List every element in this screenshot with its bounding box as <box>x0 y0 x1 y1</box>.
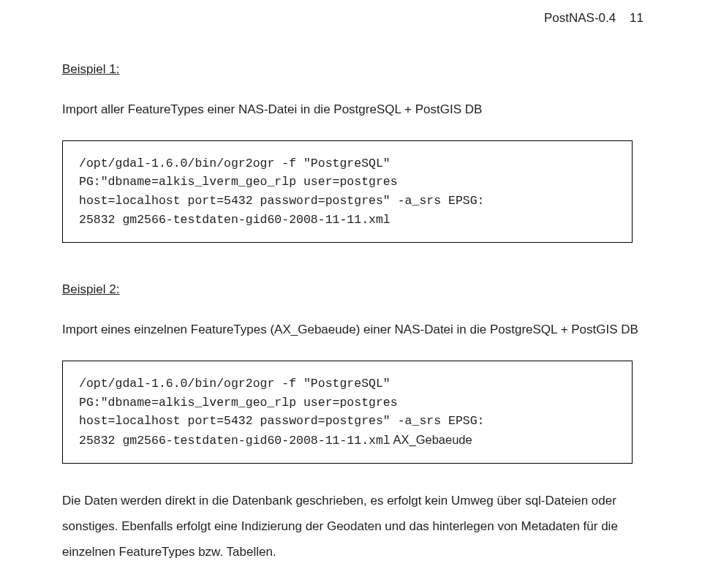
example-2-heading: Beispiel 2: <box>62 282 644 297</box>
example-1-code: /opt/gdal-1.6.0/bin/ogr2ogr -f "PostgreS… <box>62 140 633 243</box>
example-2-code: /opt/gdal-1.6.0/bin/ogr2ogr -f "PostgreS… <box>62 361 633 464</box>
example-1-heading: Beispiel 1: <box>62 62 644 77</box>
example-1-description: Import aller FeatureTypes einer NAS-Date… <box>62 97 644 123</box>
page-header: PostNAS-0.4 11 <box>62 11 644 26</box>
example-2-description: Import eines einzelnen FeatureTypes (AX_… <box>62 317 644 343</box>
closing-paragraph: Die Daten werden direkt in die Datenbank… <box>62 489 644 565</box>
example-2-code-suffix: AX_Gebaeude <box>390 433 472 446</box>
page-number: 11 <box>630 11 644 25</box>
doc-title: PostNAS-0.4 <box>544 11 616 25</box>
